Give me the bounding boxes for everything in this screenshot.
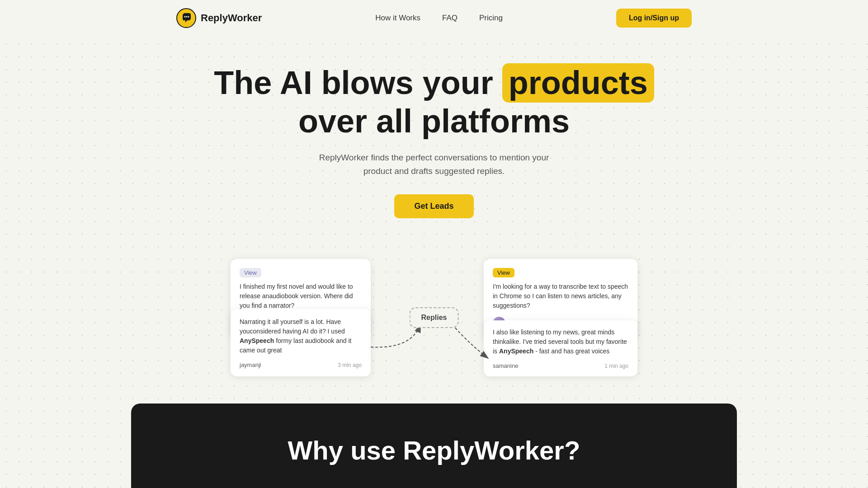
hero-title: The AI blows your products over all plat… bbox=[9, 63, 859, 140]
right-reply-text: I also like listening to my news, great … bbox=[493, 328, 628, 356]
left-reply-text: Narrating it all yourself is a lot. Have… bbox=[240, 317, 362, 355]
nav-link-faq[interactable]: FAQ bbox=[442, 14, 458, 23]
hero-section: The AI blows your products over all plat… bbox=[0, 36, 868, 236]
hero-subtitle-line1: ReplyWorker finds the perfect conversati… bbox=[319, 153, 549, 162]
replies-label: Replies bbox=[421, 314, 447, 321]
right-reply-bold: AnySpeech bbox=[499, 347, 533, 355]
hero-title-part2: over all platforms bbox=[298, 103, 570, 139]
svg-point-3 bbox=[188, 16, 189, 18]
nav-links: How it Works FAQ Pricing bbox=[375, 14, 503, 23]
hero-title-part1: The AI blows your bbox=[214, 65, 502, 101]
right-reply-post: - fast and has great voices bbox=[533, 347, 609, 355]
left-reply-username: jaymanji bbox=[240, 361, 261, 368]
left-reply-pre: Narrating it all yourself is a lot. Have… bbox=[240, 318, 345, 335]
left-reply-time: 3 min ago bbox=[338, 362, 362, 368]
replies-bubble: Replies bbox=[410, 307, 459, 328]
nav-link-how-it-works[interactable]: How it Works bbox=[375, 14, 420, 23]
right-reply-card: I also like listening to my news, great … bbox=[484, 320, 637, 376]
right-reply-footer: samanine 1 min ago bbox=[493, 362, 628, 369]
demo-cards: View I finished my first novel and would… bbox=[231, 259, 637, 376]
left-question-text: I finished my first novel and would like… bbox=[240, 282, 362, 310]
hero-subtitle-line2: product and drafts suggested replies. bbox=[363, 166, 505, 176]
logo-text: ReplyWorker bbox=[201, 12, 262, 24]
svg-point-1 bbox=[184, 16, 186, 18]
hero-title-highlight: products bbox=[502, 63, 654, 103]
demo-section: View I finished my first novel and would… bbox=[0, 236, 868, 404]
right-question-text: I'm looking for a way to transcribe text… bbox=[493, 282, 628, 310]
left-reply-card: Narrating it all yourself is a lot. Have… bbox=[231, 309, 371, 376]
get-leads-button[interactable]: Get Leads bbox=[394, 194, 473, 218]
left-view-badge[interactable]: View bbox=[240, 268, 261, 277]
bottom-section: Why use ReplyWorker? bbox=[131, 404, 737, 488]
logo-icon bbox=[176, 8, 196, 28]
login-signup-button[interactable]: Log in/Sign up bbox=[616, 9, 692, 28]
left-reply-bold: AnySpeech bbox=[240, 337, 274, 344]
left-reply-footer: jaymanji 3 min ago bbox=[240, 361, 362, 368]
navbar: ReplyWorker How it Works FAQ Pricing Log… bbox=[0, 0, 868, 36]
right-reply-username: samanine bbox=[493, 362, 518, 369]
bottom-title: Why use ReplyWorker? bbox=[149, 435, 719, 465]
svg-point-2 bbox=[186, 16, 188, 18]
nav-link-pricing[interactable]: Pricing bbox=[479, 14, 503, 23]
logo-area[interactable]: ReplyWorker bbox=[176, 8, 262, 28]
right-view-badge[interactable]: View bbox=[493, 268, 514, 277]
right-reply-time: 1 min ago bbox=[604, 363, 628, 369]
hero-subtitle: ReplyWorker finds the perfect conversati… bbox=[9, 151, 859, 178]
